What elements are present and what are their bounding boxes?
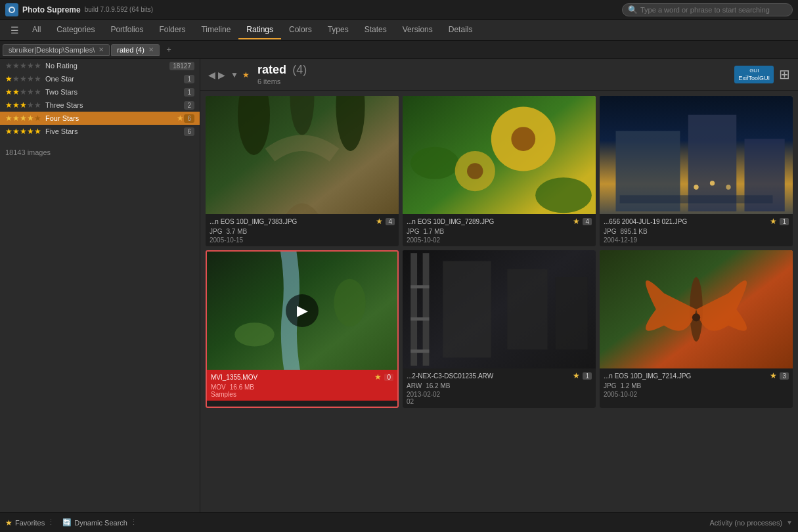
star-2: ★: [12, 87, 20, 97]
tab-colors[interactable]: Colors: [281, 21, 320, 39]
no-rating-count: 18127: [169, 62, 194, 70]
thumb-bg-6: [600, 250, 793, 368]
bottom-bar: ★ Favorites ⋮ 🔄 Dynamic Search ⋮ Activit…: [0, 512, 798, 532]
thumb-3: [600, 96, 793, 214]
item-size-6: 1.2 MB: [620, 382, 641, 389]
item-badge-1: 4: [386, 218, 395, 225]
favorite-button[interactable]: ★: [242, 70, 250, 79]
tab-details[interactable]: Details: [441, 21, 481, 39]
rating-one-star[interactable]: ★ ★ ★ ★ ★ One Star 1: [0, 72, 200, 85]
thumb-bg-2: [403, 96, 596, 214]
image-grid: ...n EOS 10D_IMG_7383.JPG ★ 4 JPG 3.7 MB…: [200, 91, 798, 413]
file-tab-rated-close[interactable]: ✕: [148, 46, 154, 53]
star-5: ★: [34, 100, 41, 110]
tab-states[interactable]: States: [357, 21, 395, 39]
star-3: ★: [20, 127, 27, 136]
app-icon: [5, 3, 18, 16]
content-area: ★ ★ ★ ★ ★ No Rating 18127 ★ ★ ★ ★ ★ One …: [0, 59, 798, 512]
rating-four-stars[interactable]: ★ ★ ★ ★ ★ Four Stars ★ 6: [0, 112, 200, 125]
tab-versions[interactable]: Versions: [395, 21, 441, 39]
item-meta-6: JPG 1.2 MB: [604, 382, 789, 389]
favorites-more[interactable]: ⋮: [47, 518, 55, 527]
activity-caret[interactable]: ▼: [786, 519, 793, 526]
grid-item-4[interactable]: ▶ MVI_1355.MOV ★ 0 MOV 16.6 MB Samples: [206, 250, 399, 408]
file-tab-samples-label: sbruiker|Desktop\Samples\: [9, 46, 95, 54]
tab-categories[interactable]: Categories: [49, 21, 102, 39]
add-tab-button[interactable]: ＋: [161, 44, 177, 55]
star-icon-fav: ★: [5, 518, 12, 527]
grid-item-3[interactable]: ...656 2004-JUL-19 021.JPG ★ 1 JPG 895.1…: [600, 96, 793, 246]
favorites-label: Favorites: [15, 519, 45, 527]
svg-rect-33: [556, 277, 588, 349]
svg-point-10: [410, 147, 459, 179]
svg-rect-29: [410, 317, 429, 321]
tab-types[interactable]: Types: [320, 21, 357, 39]
one-star-stars: ★ ★ ★ ★ ★: [5, 74, 41, 83]
tab-portfolios[interactable]: Portfolios: [102, 21, 151, 39]
view-button[interactable]: ⊞: [779, 66, 790, 82]
activity-label: Activity (no processes): [709, 519, 782, 527]
thumb-1: [206, 96, 399, 214]
star-1: ★: [5, 87, 12, 97]
nav-back-button[interactable]: ◀: [208, 70, 215, 80]
star-5: ★: [34, 127, 41, 136]
search-input[interactable]: [640, 6, 785, 14]
svg-rect-18: [620, 195, 773, 203]
tab-folders[interactable]: Folders: [151, 21, 193, 39]
hamburger-menu[interactable]: ☰: [5, 25, 24, 35]
dynamic-search-more[interactable]: ⋮: [130, 518, 137, 527]
content-title-area: rated (4) 6 items: [257, 63, 307, 86]
one-star-label: One Star: [45, 75, 184, 83]
filter-button[interactable]: ▼: [231, 70, 238, 79]
search-icon: 🔍: [628, 5, 638, 14]
no-rating-label: No Rating: [45, 62, 169, 70]
item-type-6: JPG: [604, 382, 616, 389]
star-4: ★: [27, 127, 34, 136]
item-footer-6: ...n EOS 10D_IMG_7214.JPG ★ 3 JPG 1.2 MB…: [600, 368, 793, 401]
content-count: (4): [292, 63, 307, 76]
rating-three-stars[interactable]: ★ ★ ★ ★ ★ Three Stars 2: [0, 99, 200, 112]
item-date-3: 2004-12-19: [604, 236, 789, 244]
grid-item-6[interactable]: ...n EOS 10D_IMG_7214.JPG ★ 3 JPG 1.2 MB…: [600, 250, 793, 408]
content-items-text: 6 items: [257, 78, 280, 85]
app-subtitle: build 7.0.9.592 (64 bits): [85, 6, 154, 13]
star-3: ★: [20, 114, 27, 123]
svg-rect-32: [507, 269, 547, 350]
item-type-3: JPG: [604, 228, 616, 235]
three-stars-stars: ★ ★ ★ ★ ★: [5, 100, 41, 110]
rating-five-stars[interactable]: ★ ★ ★ ★ ★ Five Stars 6: [0, 125, 200, 138]
item-footer-5: ...2-NEX-C3-DSC01235.ARW ★ 1 ARW 16.2 MB…: [403, 368, 596, 408]
search-bar[interactable]: 🔍: [622, 3, 793, 16]
tab-all[interactable]: All: [24, 21, 49, 39]
favorites-item[interactable]: ★ Favorites ⋮: [5, 518, 55, 527]
tab-ratings[interactable]: Ratings: [238, 21, 281, 39]
play-button-4[interactable]: ▶: [286, 294, 319, 327]
grid-item-1[interactable]: ...n EOS 10D_IMG_7383.JPG ★ 4 JPG 3.7 MB…: [206, 96, 399, 246]
rating-two-stars[interactable]: ★ ★ ★ ★ ★ Two Stars 1: [0, 85, 200, 99]
svg-rect-26: [410, 253, 417, 366]
item-meta-3: JPG 895.1 KB: [604, 228, 789, 235]
item-name-6: ...n EOS 10D_IMG_7214.JPG: [604, 372, 768, 380]
dynamic-search-item[interactable]: 🔄 Dynamic Search ⋮: [62, 518, 137, 527]
item-name-4: MVI_1355.MOV: [211, 374, 372, 381]
tab-timeline[interactable]: Timeline: [193, 21, 238, 39]
file-tab-samples[interactable]: sbruiker|Desktop\Samples\ ✕: [3, 44, 110, 56]
rating-no-rating[interactable]: ★ ★ ★ ★ ★ No Rating 18127: [0, 59, 200, 72]
star-1: ★: [5, 127, 12, 136]
exif-tool-label: ExifToolGUI: [738, 75, 770, 82]
star-4: ★: [27, 74, 34, 83]
item-name-row-3: ...656 2004-JUL-19 021.JPG ★ 1: [604, 217, 789, 226]
file-tab-samples-close[interactable]: ✕: [99, 46, 104, 53]
four-stars-count: 6: [184, 114, 194, 123]
item-name-row-4: MVI_1355.MOV ★ 0: [211, 372, 393, 382]
grid-item-2[interactable]: ...n EOS 10D_IMG_7289.JPG ★ 4 JPG 1.7 MB…: [403, 96, 596, 246]
star-2: ★: [12, 74, 20, 83]
nav-forward-button[interactable]: ▶: [218, 70, 225, 80]
exiftool-button[interactable]: GUI ExifToolGUI: [734, 66, 774, 83]
star-3: ★: [20, 74, 27, 83]
file-tab-rated[interactable]: rated (4) ✕: [111, 44, 160, 56]
item-name-row-2: ...n EOS 10D_IMG_7289.JPG ★ 4: [407, 217, 592, 226]
grid-item-5[interactable]: ...2-NEX-C3-DSC01235.ARW ★ 1 ARW 16.2 MB…: [403, 250, 596, 408]
item-meta-4: MOV 16.6 MB: [211, 384, 393, 391]
item-type-1: JPG: [210, 228, 222, 235]
